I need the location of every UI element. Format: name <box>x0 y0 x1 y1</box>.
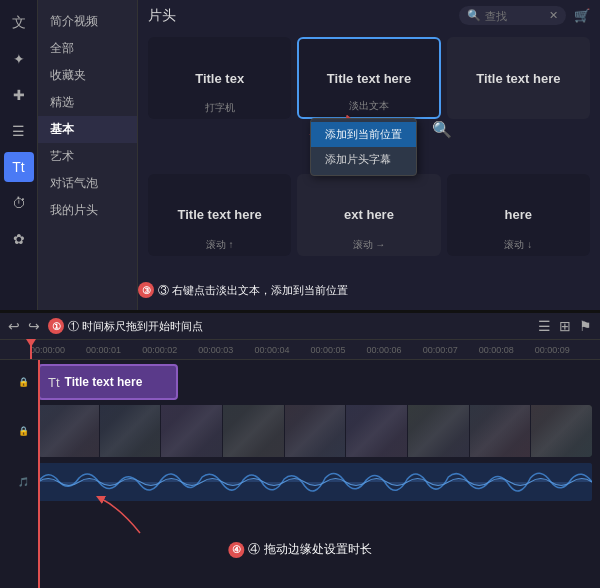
ruler-2: 00:00:02 <box>142 345 177 355</box>
menu-item-basic[interactable]: 基本 <box>38 116 137 143</box>
title-card-2[interactable]: Title text here 淡出文本 <box>297 37 440 119</box>
title-card-1[interactable]: Title tex 打字机 <box>148 37 291 119</box>
search-bar[interactable]: 🔍 ✕ <box>459 6 566 25</box>
card-3-text: Title text here <box>476 71 560 86</box>
magnify-icon[interactable]: 🔍 <box>432 120 452 139</box>
menu-item-all[interactable]: 全部 <box>38 35 137 62</box>
card-4-label: 滚动 ↑ <box>206 238 234 252</box>
redo-button[interactable]: ↪ <box>28 318 40 334</box>
sidebar-icon-3[interactable]: ✚ <box>4 80 34 110</box>
title-track[interactable]: Tt Title text here <box>38 364 178 400</box>
menu-panel: 简介视频 全部 收藏夹 精选 基本 艺术 对话气泡 我的片头 <box>38 0 138 310</box>
sidebar-icon-5[interactable]: ⏱ <box>4 188 34 218</box>
ruler-3: 00:00:03 <box>198 345 233 355</box>
video-frame-6 <box>346 405 407 457</box>
annotation-4: ④ ④ 拖动边缘处设置时长 <box>228 541 371 558</box>
card-4-text: Title text here <box>178 207 262 222</box>
context-item-add-title[interactable]: 添加片头字幕 <box>311 147 416 172</box>
annotation-1-text: ① 时间标尺拖到开始时间点 <box>68 319 203 334</box>
tl-flag-icon[interactable]: ⚑ <box>579 318 592 334</box>
card-1-label: 打字机 <box>205 101 235 115</box>
waveform-svg: // This won't run here, we'll do it via … <box>38 463 592 501</box>
timeline-ruler: 00:00:00 00:00:01 00:00:02 00:00:03 00:0… <box>0 340 600 360</box>
annotation-num-1: ① <box>48 318 64 334</box>
sidebar-icon-1[interactable]: 文 <box>4 8 34 38</box>
annotation-4-text: ④ 拖动边缘处设置时长 <box>248 541 371 558</box>
annotation-1: ① ① 时间标尺拖到开始时间点 <box>48 318 203 334</box>
video-frame-7 <box>408 405 469 457</box>
playhead-triangle <box>26 339 36 347</box>
video-frame-4 <box>223 405 284 457</box>
sidebar: 文 ✦ ✚ ☰ Tt ⏱ ✿ <box>0 0 38 310</box>
sidebar-icon-4[interactable]: ☰ <box>4 116 34 146</box>
ruler-1: 00:00:01 <box>86 345 121 355</box>
card-6-label: 滚动 ↓ <box>504 238 532 252</box>
title-track-lock-icon: 🔒 <box>18 377 29 387</box>
sidebar-icon-2[interactable]: ✦ <box>4 44 34 74</box>
ruler-4: 00:00:04 <box>254 345 289 355</box>
ruler-7: 00:00:07 <box>423 345 458 355</box>
search-close-icon[interactable]: ✕ <box>549 9 558 22</box>
audio-track-row: 🎵 // This won't run here, we'll do it vi… <box>0 462 600 502</box>
section-title: 片头 <box>148 7 176 25</box>
title-card-6[interactable]: here 滚动 ↓ <box>447 174 590 256</box>
ruler-6: 00:00:06 <box>367 345 402 355</box>
ruler-8: 00:00:08 <box>479 345 514 355</box>
ruler-9: 00:00:09 <box>535 345 570 355</box>
tl-settings-icon[interactable]: ☰ <box>538 318 551 334</box>
search-icon: 🔍 <box>467 9 481 22</box>
undo-button[interactable]: ↩ <box>8 318 20 334</box>
card-1-text: Title tex <box>195 71 244 86</box>
cart-icon[interactable]: 🛒 <box>574 8 590 23</box>
title-card-5[interactable]: ext here 滚动 → <box>297 174 440 256</box>
video-frame-8 <box>470 405 531 457</box>
search-input[interactable] <box>485 10 545 22</box>
title-card-4[interactable]: Title text here 滚动 ↑ <box>148 174 291 256</box>
title-track-row: 🔒 Tt Title text here <box>0 364 600 400</box>
card-5-label: 滚动 → <box>353 238 386 252</box>
menu-item-featured[interactable]: 精选 <box>38 89 137 116</box>
audio-track-icon: 🎵 <box>18 477 29 487</box>
audio-track-controls: 🎵 <box>8 477 38 487</box>
ruler-marks: 00:00:00 00:00:01 00:00:02 00:00:03 00:0… <box>30 345 570 355</box>
menu-item-intro[interactable]: 简介视频 <box>38 8 137 35</box>
tl-snap-icon[interactable]: ⊞ <box>559 318 571 334</box>
ruler-5: 00:00:05 <box>310 345 345 355</box>
video-track-lock-icon: 🔒 <box>18 426 29 436</box>
video-track-row: 🔒 <box>0 402 600 460</box>
sidebar-icon-titles[interactable]: Tt <box>4 152 34 182</box>
card-2-label: 淡出文本 <box>349 99 389 113</box>
video-track-controls: 🔒 <box>8 426 38 436</box>
playhead-line <box>38 360 40 588</box>
content-header: 片头 🔍 ✕ 🛒 <box>138 0 600 31</box>
audio-waveform[interactable]: // This won't run here, we'll do it via … <box>38 463 592 501</box>
card-2-text: Title text here <box>327 71 411 86</box>
annotation-num-4: ④ <box>228 542 244 558</box>
title-card-3[interactable]: Title text here <box>447 37 590 119</box>
video-frame-3 <box>161 405 222 457</box>
title-track-controls: 🔒 <box>8 377 38 387</box>
context-item-add-position[interactable]: 添加到当前位置 <box>311 122 416 147</box>
playhead-ruler <box>30 340 32 359</box>
video-frame-2 <box>100 405 161 457</box>
card-5-text: ext here <box>344 207 394 222</box>
title-track-icon: Tt <box>48 375 60 390</box>
timeline-toolbar: ↩ ↪ ① ① 时间标尺拖到开始时间点 ☰ ⊞ ⚑ <box>0 313 600 340</box>
menu-item-my[interactable]: 我的片头 <box>38 197 137 224</box>
video-strip <box>38 405 592 457</box>
title-track-text: Title text here <box>65 375 143 389</box>
menu-item-bubble[interactable]: 对话气泡 <box>38 170 137 197</box>
timeline-section: ↩ ↪ ① ① 时间标尺拖到开始时间点 ☰ ⊞ ⚑ 00:00:00 00:00… <box>0 313 600 588</box>
context-menu: 添加到当前位置 添加片头字幕 <box>310 118 417 176</box>
tracks-area: 🔒 Tt Title text here 🔒 <box>0 360 600 588</box>
sidebar-icon-6[interactable]: ✿ <box>4 224 34 254</box>
menu-item-art[interactable]: 艺术 <box>38 143 137 170</box>
card-6-text: here <box>505 207 532 222</box>
video-track[interactable] <box>38 405 592 457</box>
video-frame-5 <box>285 405 346 457</box>
menu-item-favorites[interactable]: 收藏夹 <box>38 62 137 89</box>
video-frame-9 <box>531 405 592 457</box>
video-frame-1 <box>38 405 99 457</box>
